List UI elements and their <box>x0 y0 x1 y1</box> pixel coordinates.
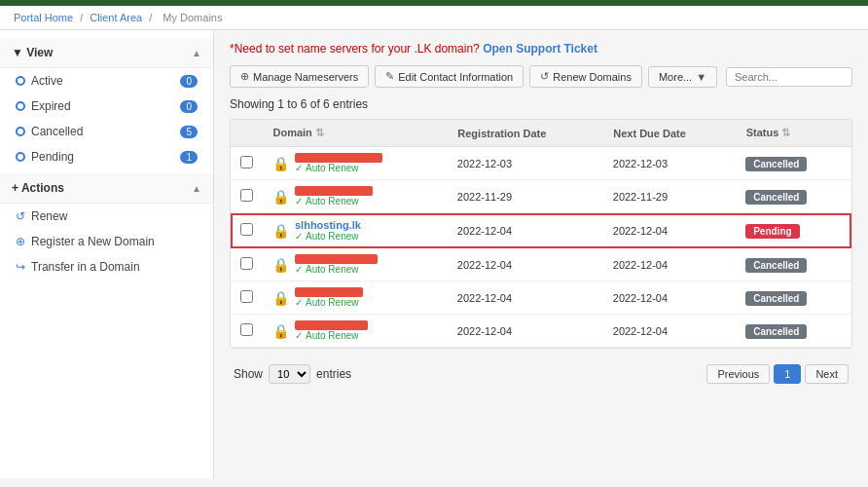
redacted-domain-bar: ___ <box>295 320 368 330</box>
more-button[interactable]: More... ▼ <box>648 66 717 88</box>
row-checkbox[interactable] <box>240 323 253 336</box>
edit-contact-button[interactable]: ✎ Edit Contact Information <box>375 65 524 88</box>
lock-icon: 🔒 <box>272 156 289 171</box>
radio-pending-icon <box>16 152 25 162</box>
auto-renew-label: ✓ Auto Renew <box>295 196 373 206</box>
row-checkbox[interactable] <box>240 223 253 236</box>
due-date-cell: 2022-12-04 <box>603 315 736 348</box>
alert-bar: *Need to set name servers for your .LK d… <box>230 42 852 56</box>
status-badge: Cancelled <box>745 258 807 273</box>
col-status: Status ⇅ <box>736 120 851 147</box>
domain-cell: 🔒___✓ Auto Renew <box>263 180 448 213</box>
due-date-cell: 2022-12-04 <box>603 213 736 248</box>
redacted-domain-bar: ___ <box>295 186 373 196</box>
reg-date-cell: 2022-12-03 <box>448 147 603 180</box>
open-support-ticket-link[interactable]: Open Support Ticket <box>483 42 597 56</box>
row-checkbox[interactable] <box>240 189 253 202</box>
breadcrumb-client-area[interactable]: Client Area <box>90 12 142 23</box>
auto-renew-label: ✓ Auto Renew <box>295 297 363 308</box>
page-1-button[interactable]: 1 <box>774 364 801 384</box>
sidebar-view-header[interactable]: ▼ View ▲ <box>0 38 213 68</box>
search-input[interactable] <box>726 67 852 87</box>
status-cell: Pending <box>736 213 851 248</box>
sidebar-action-renew[interactable]: ↺ Renew <box>0 204 213 229</box>
sidebar-item-expired[interactable]: Expired 0 <box>0 94 213 119</box>
renew-domains-button[interactable]: ↺ Renew Domains <box>529 65 642 88</box>
domain-cell: 🔒___✓ Auto Renew <box>263 248 448 281</box>
table-row: 🔒___✓ Auto Renew2022-12-042022-12-04Canc… <box>231 315 851 348</box>
sidebar-item-active[interactable]: Active 0 <box>0 68 213 94</box>
pagination: Previous 1 Next <box>706 364 849 384</box>
actions-chevron-icon: ▲ <box>192 183 201 194</box>
next-page-button[interactable]: Next <box>805 364 849 384</box>
sidebar-view-section: ▼ View ▲ Active 0 Expired 0 <box>0 38 213 169</box>
col-due-date: Next Due Date <box>603 120 736 147</box>
row-checkbox[interactable] <box>240 290 253 303</box>
check-icon: ✓ <box>295 264 303 275</box>
row-checkbox-cell <box>231 248 263 281</box>
renew-icon: ↺ <box>540 70 549 83</box>
view-label: ▼ View <box>12 46 53 59</box>
lock-icon: 🔒 <box>272 223 289 239</box>
entries-info: Showing 1 to 6 of 6 entries <box>230 97 852 111</box>
row-checkbox[interactable] <box>240 156 253 169</box>
row-checkbox[interactable] <box>240 257 253 270</box>
lock-icon: 🔒 <box>272 257 289 273</box>
row-checkbox-cell <box>231 180 263 213</box>
actions-label: + Actions <box>12 181 64 195</box>
table-row: 🔒___✓ Auto Renew2022-12-042022-12-04Canc… <box>231 248 851 281</box>
due-date-cell: 2022-12-04 <box>603 281 736 315</box>
due-date-cell: 2022-12-04 <box>603 248 736 281</box>
check-icon: ✓ <box>295 196 303 206</box>
col-checkbox <box>231 120 263 147</box>
row-checkbox-cell <box>231 213 263 248</box>
redacted-domain-bar: ___ <box>295 287 363 297</box>
row-checkbox-cell <box>231 147 263 180</box>
status-cell: Cancelled <box>736 147 851 180</box>
lock-icon: 🔒 <box>272 290 289 306</box>
sidebar-action-transfer[interactable]: ↪ Transfer in a Domain <box>0 254 213 280</box>
sidebar-action-register[interactable]: ⊕ Register a New Domain <box>0 229 213 254</box>
breadcrumb: Portal Home / Client Area / My Domains <box>0 6 868 30</box>
content-area: *Need to set name servers for your .LK d… <box>214 30 868 478</box>
status-cell: Cancelled <box>736 248 851 281</box>
domain-cell: 🔒___✓ Auto Renew <box>263 147 448 180</box>
manage-nameservers-button[interactable]: ⊕ Manage Nameservers <box>230 65 369 88</box>
status-badge: Cancelled <box>745 190 807 205</box>
check-icon: ✓ <box>295 297 303 308</box>
dropdown-icon: ▼ <box>696 71 706 83</box>
lock-icon: 🔒 <box>272 189 289 205</box>
due-date-cell: 2022-11-29 <box>603 180 736 213</box>
domains-table-wrapper: Domain ⇅ Registration Date Next Due Date… <box>230 119 852 349</box>
sidebar-actions-header[interactable]: + Actions ▲ <box>0 173 213 204</box>
sidebar-item-cancelled[interactable]: Cancelled 5 <box>0 119 213 144</box>
col-reg-date: Registration Date <box>448 120 603 147</box>
auto-renew-label: ✓ Auto Renew <box>295 264 378 275</box>
radio-cancelled-icon <box>16 127 25 136</box>
active-badge: 0 <box>180 75 198 88</box>
status-badge: Cancelled <box>745 291 807 306</box>
table-row: 🔒___✓ Auto Renew2022-12-032022-12-03Canc… <box>231 147 851 180</box>
col-domain: Domain ⇅ <box>263 120 448 147</box>
reg-date-cell: 2022-12-04 <box>448 248 603 281</box>
pending-badge: 1 <box>180 151 198 164</box>
show-entries-control: Show 10 25 50 entries <box>234 364 351 384</box>
redacted-domain-bar: ___ <box>295 254 378 264</box>
domain-cell: 🔒___✓ Auto Renew <box>263 315 448 348</box>
toolbar: ⊕ Manage Nameservers ✎ Edit Contact Info… <box>230 65 852 88</box>
status-cell: Cancelled <box>736 281 851 315</box>
domain-link[interactable]: slhhosting.lk <box>295 219 361 231</box>
status-cell: Cancelled <box>736 180 851 213</box>
register-icon: ⊕ <box>16 235 25 248</box>
status-cell: Cancelled <box>736 315 851 348</box>
breadcrumb-portal-home[interactable]: Portal Home <box>14 12 73 23</box>
status-badge: Cancelled <box>745 324 807 339</box>
previous-page-button[interactable]: Previous <box>706 364 770 384</box>
plus-icon: + <box>12 181 18 195</box>
domain-cell: 🔒slhhosting.lk✓ Auto Renew <box>263 213 448 248</box>
expired-badge: 0 <box>180 100 198 113</box>
entries-per-page-select[interactable]: 10 25 50 <box>269 364 310 384</box>
domains-table: Domain ⇅ Registration Date Next Due Date… <box>231 120 851 348</box>
due-date-cell: 2022-12-03 <box>603 147 736 180</box>
sidebar-item-pending[interactable]: Pending 1 <box>0 144 213 169</box>
